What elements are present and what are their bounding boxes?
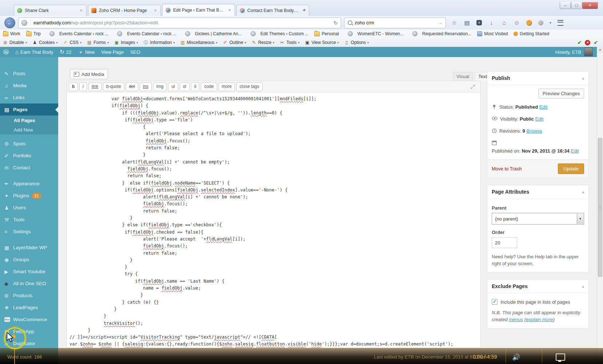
sidebar-item[interactable]: ⚙ Spots: [0, 138, 58, 150]
bookmark-item[interactable]: Events Calendar ‹ rock ...: [111, 31, 179, 36]
bookmark-item[interactable]: Work: [0, 31, 23, 36]
quicktag-button[interactable]: ins: [140, 82, 152, 91]
search-go-icon[interactable]: →: [435, 20, 446, 25]
quicktag-button[interactable]: i: [79, 82, 87, 91]
tab-visual[interactable]: Visual: [453, 72, 473, 81]
bookmark-item[interactable]: Getting Started: [511, 31, 552, 36]
quicktag-button[interactable]: ol: [180, 82, 189, 91]
sidebar-item[interactable]: ◉ Groups: [0, 254, 58, 266]
include-page-checkbox[interactable]: ✓: [492, 299, 498, 305]
sidebar-item[interactable]: ◆ All in One SEO: [0, 278, 58, 290]
sidebar-item[interactable]: ▤ Pages: [0, 104, 58, 116]
post-content-textarea[interactable]: var fieldObj=document.forms['WebToContac…: [67, 93, 480, 348]
webdev-menu-item[interactable]: ♟ Cookies ▾: [29, 40, 60, 45]
webdev-menu-item[interactable]: ▥ Miscellaneous ▾: [177, 40, 220, 45]
fullscreen-monitor-icon[interactable]: [556, 353, 565, 361]
browser-tab[interactable]: Shane Clark ✕: [14, 5, 87, 16]
bookmark-item[interactable]: WomenETC - Women...: [342, 31, 407, 36]
menu-hamburger-icon[interactable]: [558, 20, 563, 26]
overflow-caret-icon[interactable]: ▾: [550, 21, 551, 25]
quicktag-button[interactable]: img: [153, 82, 167, 91]
valid-check-icon-2[interactable]: ✔: [594, 40, 598, 45]
site-name-menu[interactable]: ⌂ Earn That Body: [12, 47, 56, 57]
sidebar-item[interactable]: ✐ Portfolio: [0, 150, 58, 162]
quicktag-button[interactable]: more: [219, 82, 235, 91]
tab-close-icon[interactable]: ✕: [227, 8, 232, 13]
quicktag-button[interactable]: li: [191, 82, 199, 91]
downloads-icon[interactable]: ↓: [488, 20, 495, 26]
sidebar-item[interactable]: ❖ LeadPages: [0, 302, 58, 314]
sidebar-item[interactable]: Add New: [0, 125, 58, 134]
home-icon[interactable]: ⌂: [501, 20, 507, 26]
quicktag-button[interactable]: code: [201, 82, 217, 91]
panel-toggle-icon[interactable]: ▴: [582, 76, 584, 81]
sidebar-item[interactable]: ✉ Contact: [0, 162, 58, 174]
sidebar-item[interactable]: All Pages: [0, 116, 58, 125]
bookmarks-menu-icon[interactable]: ▤: [464, 19, 470, 26]
maximize-button[interactable]: ▢: [571, 2, 582, 9]
webdev-menu-item[interactable]: ✐ CSS ▾: [60, 40, 84, 45]
site-identity-icon[interactable]: [21, 20, 27, 26]
sidebar-item[interactable]: ✦ Plugins 21: [0, 190, 58, 202]
published-edit-link[interactable]: Edit: [571, 148, 579, 154]
preview-changes-button[interactable]: Preview Changes: [538, 89, 584, 98]
valid-check-icon[interactable]: ✔: [578, 40, 582, 45]
revisions-browse-link[interactable]: Browse: [526, 128, 542, 134]
avatar[interactable]: [584, 48, 593, 56]
quicktag-button[interactable]: del: [126, 82, 138, 91]
explain-more-link[interactable]: explain more: [526, 317, 553, 322]
browser-tab[interactable]: Edit Page ‹ Earn That Body ... ✕: [162, 4, 235, 16]
status-edit-link[interactable]: Edit: [539, 104, 547, 110]
sidebar-item[interactable]: ▶ Smart Youtube: [0, 266, 58, 278]
webdev-menu-item[interactable]: ✂ Tools ▾: [277, 40, 302, 45]
bookmark-item[interactable]: Personal: [311, 31, 342, 36]
new-tab-button[interactable]: +: [300, 6, 309, 14]
updates-menu[interactable]: ↻ 22: [56, 47, 75, 57]
reload-icon[interactable]: ↻: [331, 20, 341, 26]
bookmark-item[interactable]: Trip: [23, 31, 44, 36]
error-x-icon[interactable]: ✕: [585, 40, 590, 45]
sidebar-item[interactable]: ⚒ Tools: [0, 214, 58, 226]
webdev-menu-item[interactable]: ✎ Resize ▾: [249, 40, 277, 45]
minimize-button[interactable]: –: [560, 2, 571, 9]
sidebar-item[interactable]: ▦ LayerSlider WP: [0, 242, 58, 254]
sidebar-item[interactable]: [0, 174, 58, 178]
bookmark-item[interactable]: Edit Themes ‹ Custom ...: [245, 31, 312, 36]
tab-close-icon[interactable]: ✕: [79, 8, 83, 13]
quicktag-button[interactable]: link: [88, 82, 101, 91]
webdev-menu-item[interactable]: ▯ Options ▾: [342, 40, 371, 45]
wp-logo-menu[interactable]: Ⓦ: [0, 47, 12, 57]
new-content-menu[interactable]: ＋ New: [75, 47, 98, 57]
search-bar[interactable]: →: [344, 17, 446, 28]
add-media-button[interactable]: Add Media: [70, 69, 108, 79]
webdev-menu-item[interactable]: ▣ Images ▾: [111, 40, 140, 45]
scrollbar[interactable]: ▲: [597, 47, 603, 364]
quicktag-button[interactable]: close tags: [236, 82, 263, 91]
webdev-menu-item[interactable]: ▣ View Source ▾: [302, 40, 341, 45]
back-button[interactable]: ←: [4, 17, 15, 28]
addon-icon-gray[interactable]: [538, 20, 543, 25]
bookmark-item[interactable]: Events Calendar ‹ rock ...: [44, 31, 111, 36]
sidebar-item[interactable]: ✒ Appearance: [0, 178, 58, 190]
sidebar-item[interactable]: [0, 238, 58, 242]
sidebar-item[interactable]: ✎ Posts: [0, 68, 58, 80]
webdev-menu-item[interactable]: ⊘ Disable ▾: [0, 40, 29, 45]
order-input[interactable]: 20: [492, 237, 517, 248]
select-arrow-icon[interactable]: ▼: [577, 214, 583, 224]
scrollbar-thumb[interactable]: [598, 138, 602, 277]
sidebar-item[interactable]: ≡ Settings: [0, 226, 58, 238]
hello-chat-icon[interactable]: ☺: [514, 20, 520, 26]
sidebar-item[interactable]: ⊞ Products: [0, 290, 58, 302]
quicktag-button[interactable]: b-quote: [103, 82, 124, 91]
pocket-icon[interactable]: ∨: [476, 20, 482, 25]
webdev-menu-item[interactable]: ▤ Forms ▾: [84, 40, 111, 45]
scrollbar-up-icon[interactable]: ▲: [597, 47, 603, 53]
url-bar[interactable]: earnthatbody.com /wp-admin/post.php?post…: [18, 17, 341, 28]
visibility-edit-link[interactable]: Edit: [535, 116, 543, 122]
view-page-link[interactable]: View Page: [98, 47, 127, 57]
move-to-trash-link[interactable]: Move to Trash: [492, 166, 522, 171]
speaker-icon[interactable]: 🔊: [512, 353, 520, 361]
quicktag-button[interactable]: ul: [168, 82, 178, 91]
update-button[interactable]: Update: [558, 163, 584, 174]
panel-toggle-icon[interactable]: ▴: [582, 284, 584, 289]
